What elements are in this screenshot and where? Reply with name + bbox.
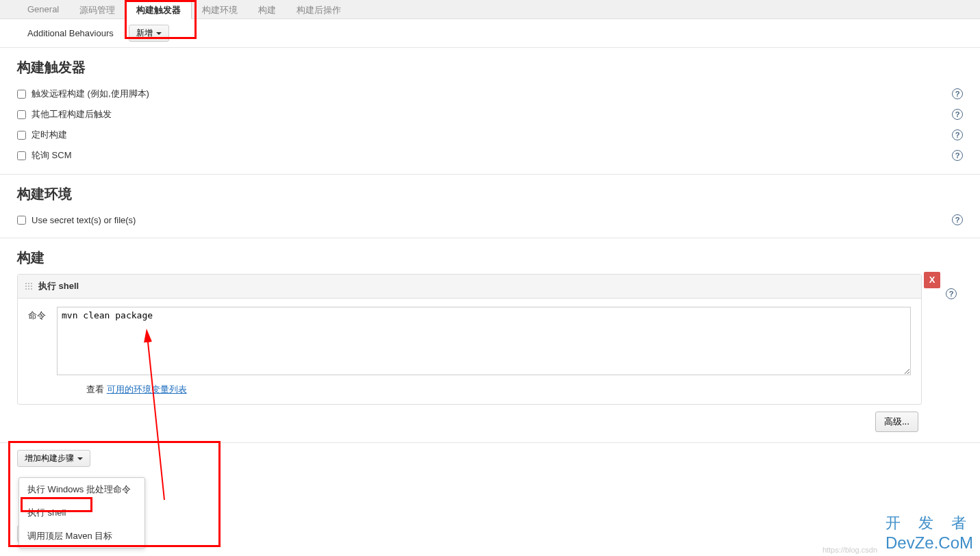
tab-build-triggers[interactable]: 构建触发器 xyxy=(125,0,192,19)
env-vars-link[interactable]: 可用的环境变量列表 xyxy=(107,384,187,394)
help-icon[interactable]: ? xyxy=(952,129,963,140)
add-build-step-button[interactable]: 增加构建步骤 xyxy=(17,450,90,467)
config-tabs: General 源码管理 构建触发器 构建环境 构建 构建后操作 xyxy=(0,0,980,19)
help-icon[interactable]: ? xyxy=(952,150,963,161)
trigger-after-other-label: 其他工程构建后触发 xyxy=(32,108,952,121)
trigger-poll-scm-label: 轮询 SCM xyxy=(32,149,952,162)
help-icon[interactable]: ? xyxy=(946,288,957,299)
trigger-remote-label: 触发远程构建 (例如,使用脚本) xyxy=(32,88,952,100)
watermark-url: https://blog.csdn xyxy=(822,546,877,554)
add-build-step-menu: 执行 Windows 批处理命令 执行 shell 调用顶层 Maven 目标 xyxy=(18,477,145,548)
use-secret-checkbox[interactable] xyxy=(17,216,26,225)
trigger-poll-scm-checkbox[interactable] xyxy=(17,151,26,160)
trigger-remote-checkbox[interactable] xyxy=(17,90,26,99)
drag-handle-icon[interactable] xyxy=(25,282,33,290)
additional-behaviours-row: Additional Behaviours 新增 xyxy=(0,19,980,48)
trigger-timed-label: 定时构建 xyxy=(32,129,952,141)
menu-item-windows-batch[interactable]: 执行 Windows 批处理命令 xyxy=(19,478,145,501)
trigger-timed-checkbox[interactable] xyxy=(17,131,26,140)
execute-shell-header[interactable]: 执行 shell xyxy=(18,275,921,299)
menu-item-maven[interactable]: 调用顶层 Maven 目标 xyxy=(19,525,145,548)
build-environment-title: 构建环境 xyxy=(0,175,980,210)
help-icon[interactable]: ? xyxy=(952,214,963,225)
help-icon[interactable]: ? xyxy=(952,88,963,99)
advanced-button[interactable]: 高级... xyxy=(875,412,918,432)
execute-shell-title: 执行 shell xyxy=(38,280,79,292)
build-environment-section: 构建环境 Use secret text(s) or file(s) ? xyxy=(0,175,980,238)
command-textarea[interactable] xyxy=(57,307,911,375)
tab-general[interactable]: General xyxy=(17,0,69,18)
build-title: 构建 xyxy=(0,238,980,274)
tab-build-environment[interactable]: 构建环境 xyxy=(192,0,248,18)
additional-behaviours-label: Additional Behaviours xyxy=(27,28,114,38)
menu-item-execute-shell[interactable]: 执行 shell xyxy=(19,501,145,525)
build-triggers-section: 构建触发器 触发远程构建 (例如,使用脚本) ? 其他工程构建后触发 ? 定时构… xyxy=(0,48,980,175)
chevron-down-icon xyxy=(156,32,162,35)
chevron-down-icon xyxy=(77,457,83,460)
watermark: 开 发 者 DevZe.CoM xyxy=(885,513,973,553)
tab-build[interactable]: 构建 xyxy=(248,0,286,18)
delete-step-button[interactable]: X xyxy=(924,272,940,288)
watermark-en: DevZe.CoM xyxy=(885,533,973,553)
execute-shell-block: X ? 执行 shell 命令 查看 可用的环境变量列表 xyxy=(17,274,922,405)
tab-post-build[interactable]: 构建后操作 xyxy=(286,0,351,18)
trigger-after-other-checkbox[interactable] xyxy=(17,110,26,119)
add-behaviour-label: 新增 xyxy=(136,27,153,39)
add-build-step-label: 增加构建步骤 xyxy=(25,453,74,464)
add-behaviour-button[interactable]: 新增 xyxy=(129,25,169,42)
see-text: 查看 xyxy=(86,384,107,394)
watermark-zh: 开 发 者 xyxy=(885,513,973,533)
tab-scm[interactable]: 源码管理 xyxy=(69,0,125,18)
command-label: 命令 xyxy=(28,307,49,375)
use-secret-label: Use secret text(s) or file(s) xyxy=(32,215,952,225)
build-triggers-title: 构建触发器 xyxy=(0,48,980,84)
build-section: 构建 X ? 执行 shell 命令 查看 可用的环境变量列表 高级... 增加… xyxy=(0,238,980,556)
help-icon[interactable]: ? xyxy=(952,109,963,120)
